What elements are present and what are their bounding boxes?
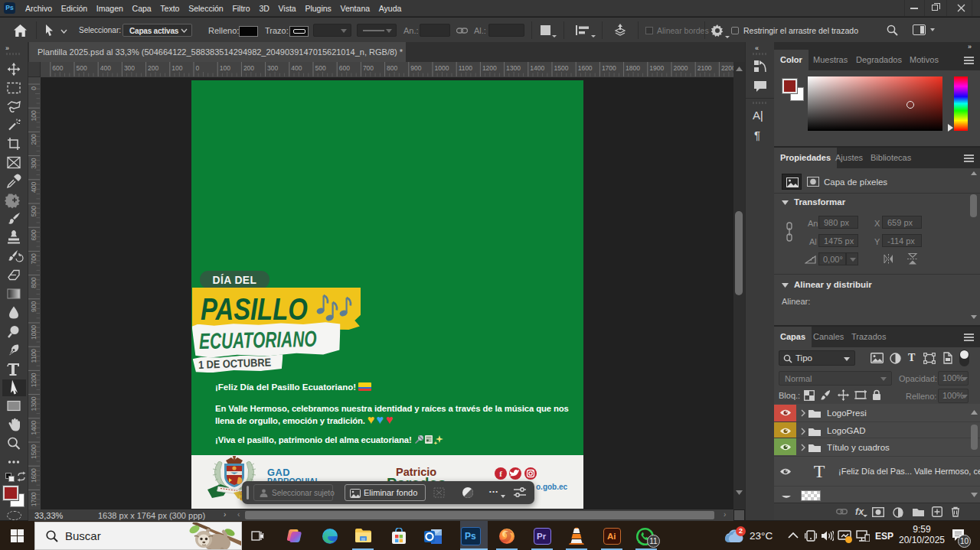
svg-text:600: 600	[339, 64, 350, 72]
svg-text:1600: 1600	[578, 64, 593, 72]
svg-text:100: 100	[172, 64, 182, 72]
svg-text:1000: 1000	[435, 64, 449, 72]
svg-text:1600: 1600	[30, 468, 38, 483]
svg-text:200: 200	[30, 134, 38, 145]
svg-text:100: 100	[220, 64, 230, 72]
svg-text:1500: 1500	[30, 444, 38, 459]
svg-text:1300: 1300	[506, 64, 521, 72]
svg-text:100: 100	[30, 110, 38, 121]
svg-text:700: 700	[363, 64, 374, 72]
svg-text:600: 600	[52, 64, 63, 72]
svg-text:400: 400	[30, 182, 38, 193]
svg-text:500: 500	[77, 64, 87, 72]
svg-text:600: 600	[30, 229, 38, 240]
svg-text:2000: 2000	[674, 64, 688, 72]
svg-text:1700: 1700	[602, 64, 616, 72]
svg-text:1300: 1300	[30, 396, 38, 411]
svg-text:400: 400	[100, 64, 111, 72]
svg-text:0: 0	[30, 86, 38, 90]
svg-text:1100: 1100	[459, 64, 473, 72]
svg-text:0: 0	[196, 64, 200, 72]
svg-text:1200: 1200	[482, 64, 497, 72]
svg-text:1900: 1900	[649, 64, 664, 72]
svg-text:200: 200	[148, 64, 158, 72]
svg-text:2200: 2200	[721, 64, 733, 72]
svg-text:f: f	[499, 469, 502, 478]
svg-text:1700: 1700	[30, 492, 38, 506]
svg-text:1800: 1800	[626, 64, 640, 72]
svg-text:1000: 1000	[30, 325, 38, 340]
svg-text:1100: 1100	[30, 349, 38, 363]
svg-text:400: 400	[291, 64, 302, 72]
svg-text:1200: 1200	[30, 373, 38, 387]
svg-text:1400: 1400	[530, 64, 544, 72]
svg-text:300: 300	[267, 64, 278, 72]
svg-text:900: 900	[410, 64, 421, 72]
svg-text:1400: 1400	[30, 421, 38, 435]
svg-text:200: 200	[243, 64, 254, 72]
svg-text:300: 300	[124, 64, 135, 72]
svg-text:500: 500	[30, 206, 38, 216]
svg-text:2100: 2100	[697, 64, 712, 72]
svg-text:1500: 1500	[554, 64, 569, 72]
svg-text:300: 300	[30, 158, 38, 168]
svg-text:900: 900	[30, 301, 38, 312]
svg-text:500: 500	[315, 64, 326, 72]
svg-text:800: 800	[30, 277, 38, 288]
svg-text:800: 800	[387, 64, 397, 72]
svg-text:700: 700	[30, 253, 38, 264]
